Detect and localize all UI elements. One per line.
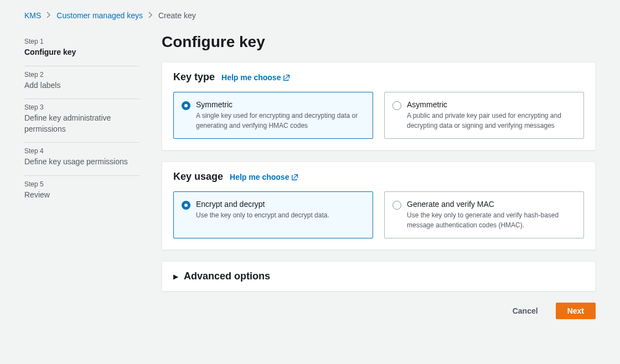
step-number: Step 3 [24,103,140,111]
wizard-footer: Cancel Next [162,303,596,319]
advanced-options-heading: Advanced options [184,271,270,282]
option-title: Generate and verify MAC [407,200,576,209]
key-type-heading: Key type [173,71,215,83]
page-title: Configure key [162,33,596,51]
breadcrumb-current: Create key [158,11,196,20]
step-4-usage-permissions[interactable]: Step 4 Define key usage permissions [24,143,140,176]
step-title: Add labels [24,80,140,91]
help-me-choose-key-usage-link[interactable]: Help me choose [230,173,299,181]
step-5-review[interactable]: Step 5 Review [24,176,140,209]
option-title: Encrypt and decrypt [196,200,365,209]
option-title: Symmetric [196,100,365,109]
radio-icon [392,201,401,210]
key-type-option-asymmetric[interactable]: Asymmetric A public and private key pair… [384,92,584,139]
step-number: Step 5 [24,180,140,188]
step-1-configure-key[interactable]: Step 1 Configure key [24,33,140,66]
main-content: Configure key Key type Help me choose [162,33,596,319]
step-3-admin-permissions[interactable]: Step 3 Define key administrative permiss… [24,99,140,143]
step-title: Define key administrative permissions [24,113,140,134]
option-description: Use the key only to encrypt and decrypt … [196,210,365,220]
step-title: Define key usage permissions [24,157,140,168]
breadcrumb: KMS Customer managed keys Create key [24,11,596,20]
caret-right-icon: ▶ [173,273,178,280]
step-title: Review [24,190,140,201]
option-description: A public and private key pair used for e… [407,111,576,131]
step-2-add-labels[interactable]: Step 2 Add labels [24,66,140,100]
radio-icon [392,101,401,110]
cancel-button[interactable]: Cancel [502,303,549,319]
step-number: Step 2 [24,71,140,79]
external-link-icon [283,74,291,81]
chevron-right-icon [148,11,153,20]
breadcrumb-link-kms[interactable]: KMS [24,11,41,20]
external-link-icon [291,173,299,181]
wizard-steps-sidebar: Step 1 Configure key Step 2 Add labels S… [24,33,140,319]
key-usage-panel: Key usage Help me choose Encrypt and [162,162,596,250]
radio-icon [182,101,190,110]
advanced-options-toggle[interactable]: ▶ Advanced options [162,261,596,292]
key-type-option-symmetric[interactable]: Symmetric A single key used for encrypti… [173,92,373,139]
step-number: Step 1 [24,38,140,45]
option-description: A single key used for encrypting and dec… [196,111,365,131]
option-title: Asymmetric [407,100,576,109]
help-me-choose-key-type-link[interactable]: Help me choose [221,73,291,82]
key-usage-option-encrypt-decrypt[interactable]: Encrypt and decrypt Use the key only to … [173,191,373,238]
next-button[interactable]: Next [556,303,596,319]
key-usage-option-generate-verify-mac[interactable]: Generate and verify MAC Use the key only… [384,191,584,238]
chevron-right-icon [46,11,51,20]
key-usage-heading: Key usage [173,171,223,183]
radio-icon [182,201,190,210]
option-description: Use the key only to generate and verify … [407,210,576,230]
step-title: Configure key [24,47,140,58]
key-type-panel: Key type Help me choose Symmetric [162,62,596,150]
step-number: Step 4 [24,147,140,155]
breadcrumb-link-customer-managed-keys[interactable]: Customer managed keys [56,11,143,20]
